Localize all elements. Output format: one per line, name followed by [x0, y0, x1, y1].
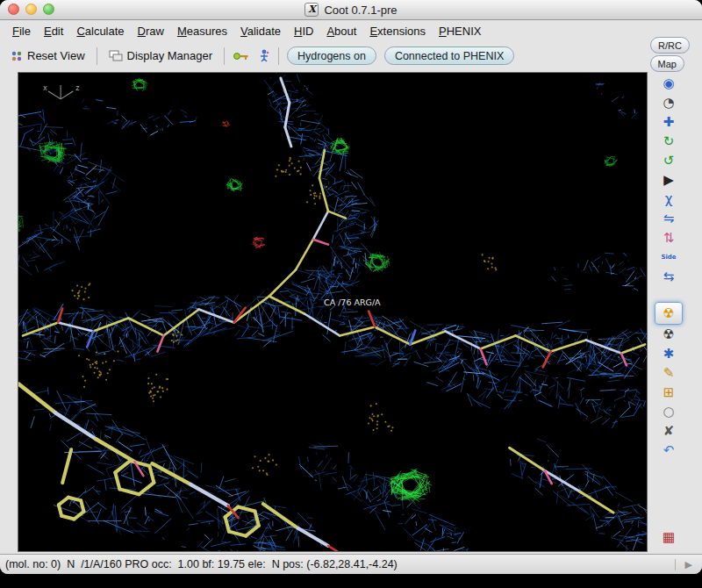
toolbar: Reset View Display Manager — [0, 42, 702, 69]
display-images-icon[interactable]: ▦ — [655, 527, 682, 547]
menu-item-phenix[interactable]: PHENIX — [439, 25, 481, 38]
menu-item-measures[interactable]: Measures — [177, 25, 227, 38]
main-content: xz CA /76 ARG/A ◉◔✚↻↺▶χ⇋⇅Side⇆☢☢✱✎⊞○✘↶▦ — [0, 69, 702, 554]
coot-window: X Coot 0.7.1-pre FileEditCalculateDrawMe… — [0, 0, 702, 574]
menu-item-edit[interactable]: Edit — [44, 25, 63, 38]
menu-item-calculate[interactable]: Calculate — [76, 25, 124, 38]
minimize-button[interactable] — [25, 4, 37, 15]
sidechain-180-icon[interactable]: Side — [655, 247, 682, 267]
torsion-general-icon[interactable]: ⇋ — [655, 209, 682, 228]
hydrogens-toggle-button[interactable]: Hydrogens on — [287, 47, 376, 65]
pointer-atom-icon[interactable]: ✎ — [655, 363, 682, 383]
menu-item-hid[interactable]: HID — [294, 25, 313, 38]
molecular-view: xz — [18, 73, 647, 551]
auto-fit-rotamer-icon[interactable]: ↺ — [655, 151, 682, 170]
zoom-button[interactable] — [43, 4, 54, 15]
refine-sphere-icon[interactable]: ◉ — [655, 74, 682, 93]
go-to-ligand-button[interactable] — [258, 49, 270, 62]
reset-view-button[interactable]: Reset View — [7, 47, 89, 64]
delete-item-icon[interactable]: ✘ — [655, 421, 682, 441]
clear-pending-icon[interactable]: ○ — [655, 402, 682, 421]
rigid-body-fit-icon[interactable]: ✚ — [655, 112, 682, 132]
go-to-atom-icon — [233, 50, 250, 62]
menu-item-about[interactable]: About — [326, 25, 356, 38]
menu-item-draw[interactable]: Draw — [138, 25, 164, 38]
side-toolbar: ◉◔✚↻↺▶χ⇋⇅Side⇆☢☢✱✎⊞○✘↶▦ — [650, 72, 687, 552]
svg-text:z: z — [75, 84, 79, 92]
go-to-ligand-icon — [258, 49, 270, 62]
close-button[interactable] — [8, 4, 19, 15]
display-manager-button[interactable]: Display Manager — [105, 47, 217, 64]
map-button[interactable]: Map — [650, 55, 684, 72]
simple-mutate-icon[interactable]: ☢ — [655, 302, 683, 325]
rotate-translate-icon[interactable]: ↻ — [655, 132, 682, 151]
titlebar[interactable]: X Coot 0.7.1-pre — [0, 0, 702, 20]
title-wrap: X Coot 0.7.1-pre — [304, 3, 397, 17]
rrc-button[interactable]: R/RC — [650, 37, 690, 54]
jed-flip-icon[interactable]: ⇆ — [655, 267, 682, 286]
menu-item-validate[interactable]: Validate — [240, 25, 281, 38]
edit-chi-angles-icon[interactable]: χ — [655, 190, 682, 209]
toolbar-separator — [97, 47, 97, 65]
mutate-autofit-icon[interactable]: ☢ — [655, 325, 682, 344]
window-controls — [8, 4, 54, 15]
phenix-connection-button[interactable]: Connected to PHENIX — [384, 47, 514, 65]
menubar: FileEditCalculateDrawMeasuresValidateHID… — [0, 20, 702, 42]
display-manager-label: Display Manager — [127, 49, 213, 62]
reset-view-label: Reset View — [27, 49, 85, 62]
menu-item-extensions[interactable]: Extensions — [369, 25, 426, 38]
toolbar-separator — [278, 47, 279, 65]
window-title: Coot 0.7.1-pre — [324, 4, 397, 17]
reset-view-icon — [11, 50, 23, 62]
statusbar: (mol. no: 0) N /1/A/160 PRO occ: 1.00 bf… — [0, 554, 702, 574]
x11-app-icon: X — [304, 3, 319, 17]
svg-text:x: x — [43, 84, 47, 92]
status-expand-button[interactable]: ▶ — [675, 559, 702, 570]
display-manager-icon — [109, 50, 123, 62]
menu-item-file[interactable]: File — [12, 25, 31, 38]
go-to-atom-button[interactable] — [233, 50, 250, 62]
flip-peptide-icon[interactable]: ⇅ — [655, 228, 682, 247]
toolbar-separator — [224, 47, 225, 65]
add-terminal-residue-icon[interactable]: ✱ — [655, 344, 682, 363]
gl-canvas[interactable]: xz CA /76 ARG/A — [18, 72, 648, 552]
status-text: (mol. no: 0) N /1/A/160 PRO occ: 1.00 bf… — [5, 558, 675, 570]
add-alt-conf-icon[interactable]: ⊞ — [655, 383, 682, 402]
tandem-refine-icon[interactable]: ◔ — [655, 93, 682, 112]
undo-icon[interactable]: ↶ — [655, 441, 682, 460]
rotamers-icon[interactable]: ▶ — [655, 170, 682, 190]
